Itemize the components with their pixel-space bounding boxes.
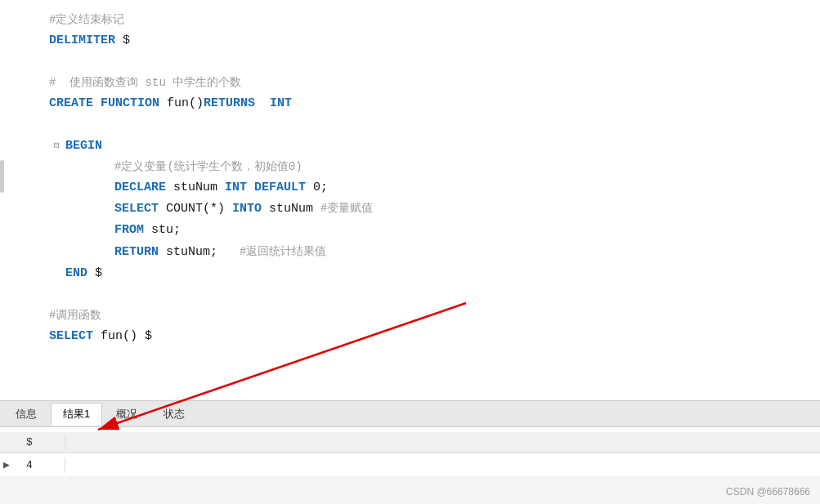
results-area: $ ▶ 4 bbox=[0, 427, 820, 476]
code-line bbox=[49, 284, 820, 306]
keyword: SELECT bbox=[114, 198, 159, 220]
code-text: fun() $ bbox=[93, 326, 152, 347]
comment-text: #调用函数 bbox=[49, 306, 101, 326]
scrollbar[interactable] bbox=[0, 160, 4, 193]
code-text: stuNum; bbox=[159, 242, 240, 263]
code-line: DECLARE stuNum INT DEFAULT 0; bbox=[49, 177, 820, 198]
editor-area: #定义结束标记 DELIMITER $ # 使用函数查询 stu 中学生的个数 … bbox=[0, 0, 820, 400]
tab-overview[interactable]: 概况 bbox=[104, 403, 150, 426]
keyword: DELIMITER bbox=[49, 30, 115, 51]
tab-status[interactable]: 状态 bbox=[151, 403, 197, 426]
keyword: BEGIN bbox=[65, 136, 102, 157]
code-text bbox=[93, 93, 101, 114]
csdn-watermark: CSDN @66678666 bbox=[726, 486, 810, 497]
keyword: FROM bbox=[114, 220, 144, 241]
code-line: END $ bbox=[49, 263, 820, 284]
code-line: SELECT COUNT(*) INTO stuNum #变量赋值 bbox=[49, 198, 820, 220]
comment-text: #变量赋值 bbox=[320, 198, 373, 219]
keyword: RETURNS bbox=[204, 93, 255, 114]
code-line: DELIMITER $ bbox=[49, 30, 820, 51]
result-header-row: $ bbox=[0, 432, 820, 453]
keyword: RETURN bbox=[114, 242, 159, 263]
fold-icon[interactable]: ⊟ bbox=[54, 138, 60, 154]
code-line: SELECT fun() $ bbox=[49, 326, 820, 347]
code-text: 0; bbox=[306, 177, 328, 198]
tabs-bar: 信息 结果1 概况 状态 bbox=[0, 401, 820, 427]
bottom-panel: 信息 结果1 概况 状态 $ ▶ 4 CSDN @66678666 bbox=[0, 400, 820, 504]
code-text: $ bbox=[87, 263, 102, 284]
comment-text: #返回统计结果值 bbox=[240, 242, 326, 262]
result-column-header: $ bbox=[16, 435, 65, 450]
code-block: #定义结束标记 DELIMITER $ # 使用函数查询 stu 中学生的个数 … bbox=[49, 10, 820, 347]
keyword: END bbox=[65, 263, 87, 284]
code-text: fun() bbox=[159, 93, 204, 114]
keyword: CREATE bbox=[49, 93, 93, 114]
keyword: INT bbox=[225, 177, 247, 198]
code-text: stu; bbox=[144, 220, 181, 241]
row-marker: ▶ bbox=[0, 458, 16, 471]
tab-result1[interactable]: 结果1 bbox=[51, 403, 102, 426]
keyword: DEFAULT bbox=[254, 177, 306, 198]
code-line: #定义变量(统计学生个数，初始值0) bbox=[49, 157, 820, 177]
code-text bbox=[247, 177, 254, 198]
code-line: # 使用函数查询 stu 中学生的个数 bbox=[49, 73, 820, 93]
result-cell-value: 4 bbox=[16, 457, 65, 473]
code-line: FROM stu; bbox=[49, 220, 820, 241]
code-text bbox=[255, 93, 270, 114]
keyword: DECLARE bbox=[114, 177, 166, 198]
keyword: SELECT bbox=[49, 326, 93, 347]
tab-info[interactable]: 信息 bbox=[3, 403, 49, 426]
comment-text: # 使用函数查询 stu 中学生的个数 bbox=[49, 73, 241, 93]
result-data-row: ▶ 4 bbox=[0, 453, 820, 476]
code-line: #定义结束标记 bbox=[49, 10, 820, 30]
keyword: FUNCTION bbox=[101, 93, 159, 114]
code-line bbox=[49, 51, 820, 73]
keyword: INTO bbox=[232, 198, 262, 220]
code-text: COUNT(*) bbox=[159, 198, 232, 220]
code-text: $ bbox=[115, 30, 130, 51]
code-line: ⊟ BEGIN bbox=[49, 136, 820, 157]
comment-text: #定义变量(统计学生个数，初始值0) bbox=[114, 157, 302, 177]
code-line bbox=[49, 114, 820, 136]
code-line: #调用函数 bbox=[49, 306, 820, 326]
comment-text: #定义结束标记 bbox=[49, 10, 124, 30]
code-text: stuNum bbox=[166, 177, 225, 198]
code-line: CREATE FUNCTION fun() RETURNS INT bbox=[49, 93, 820, 114]
code-text: stuNum bbox=[262, 198, 320, 220]
keyword: INT bbox=[270, 93, 292, 114]
code-line: RETURN stuNum; #返回统计结果值 bbox=[49, 242, 820, 263]
